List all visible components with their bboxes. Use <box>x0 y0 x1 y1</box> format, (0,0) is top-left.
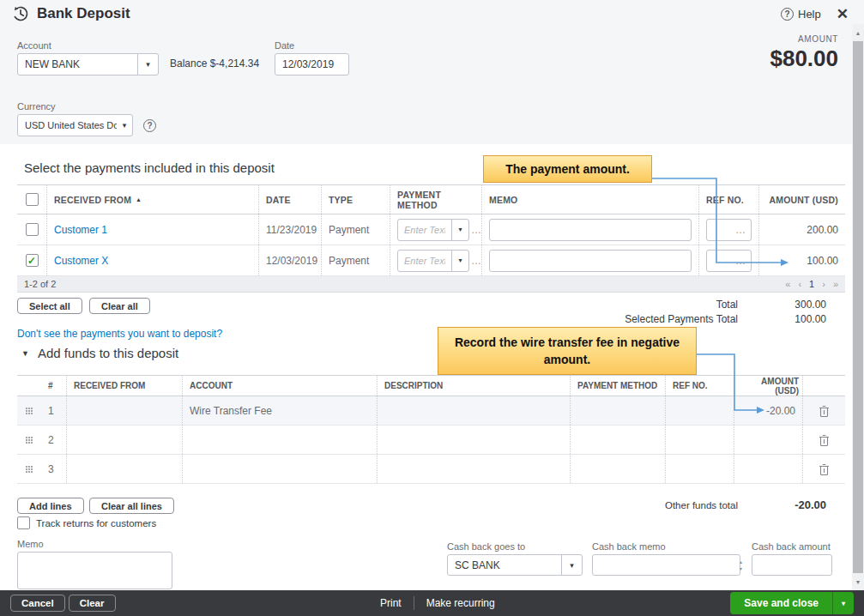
currency-select[interactable]: USD United States Dollar ▾ <box>17 114 133 136</box>
payment-method-input[interactable] <box>398 256 451 266</box>
close-icon[interactable]: ✕ <box>837 5 849 23</box>
first-page-icon[interactable]: « <box>785 279 790 289</box>
cash-back-memo-field[interactable]: ▴ ▾ <box>592 554 740 576</box>
payment-row-checkbox[interactable]: ✓ <box>26 254 39 267</box>
prev-page-icon[interactable]: ‹ <box>798 279 801 289</box>
cancel-button[interactable]: Cancel <box>10 595 65 612</box>
chevron-down-icon[interactable]: ▾ <box>832 592 854 614</box>
col-ref-no[interactable]: REF NO. <box>699 185 759 214</box>
fund-received-from-cell[interactable] <box>67 396 183 425</box>
payments-table: RECEIVED FROM▲ DATE TYPE PAYMENT METHOD … <box>17 184 845 276</box>
fund-received-from-cell[interactable] <box>67 426 183 454</box>
trash-icon[interactable] <box>819 433 830 446</box>
payment-row-checkbox[interactable] <box>26 223 39 236</box>
currency-label: Currency <box>17 101 56 112</box>
collapse-icon[interactable]: ▼ <box>21 349 29 358</box>
chevron-down-icon[interactable]: ▾ <box>451 251 468 271</box>
add-lines-button[interactable]: Add lines <box>17 498 84 514</box>
col-line-number: # <box>41 376 67 396</box>
scroll-up-icon[interactable]: ▲ <box>852 26 864 39</box>
payment-customer-link[interactable]: Customer X <box>47 245 259 275</box>
last-page-icon[interactable]: » <box>833 279 838 289</box>
col-date[interactable]: DATE <box>259 185 322 214</box>
cash-back-amount-input[interactable] <box>752 554 832 576</box>
clear-button[interactable]: Clear <box>69 595 116 612</box>
payment-ref-input[interactable]: … <box>706 250 752 272</box>
col-received-from: RECEIVED FROM <box>67 376 183 396</box>
payment-row: Customer 1 11/23/2019 Payment ▾ … … 200.… <box>17 214 845 245</box>
col-memo[interactable]: MEMO <box>482 185 699 214</box>
missing-payments-link[interactable]: Don't see the payments you want to depos… <box>17 328 222 340</box>
cash-back-goes-to-select[interactable]: SC BANK ▾ <box>447 554 583 576</box>
fund-account-cell[interactable]: Wire Transfer Fee <box>183 396 378 425</box>
fund-account-cell[interactable] <box>183 455 378 483</box>
add-funds-heading[interactable]: ▼ Add funds to this deposit <box>21 346 178 360</box>
fund-description-cell[interactable] <box>378 455 571 483</box>
fund-row[interactable]: 2 <box>17 426 845 455</box>
select-all-checkbox[interactable] <box>26 193 39 206</box>
chevron-down-icon[interactable]: ▾ <box>137 54 158 75</box>
fund-description-cell[interactable] <box>378 396 571 425</box>
fund-payment-method-cell[interactable] <box>571 396 666 425</box>
fund-row[interactable]: 1 Wire Transfer Fee -20.00 <box>17 396 845 426</box>
drag-handle-icon[interactable] <box>26 408 33 414</box>
payment-method-combo[interactable]: ▾ <box>397 250 469 272</box>
track-returns-checkbox[interactable] <box>17 516 30 529</box>
payment-memo-input[interactable] <box>489 250 692 272</box>
clear-all-lines-button[interactable]: Clear all lines <box>89 498 174 514</box>
col-amount[interactable]: AMOUNT (USD) <box>759 185 845 214</box>
save-and-close-button[interactable]: Save and close ▾ <box>730 592 854 614</box>
chevron-down-icon[interactable]: ▾ <box>117 115 132 136</box>
col-payment-method[interactable]: PAYMENT METHOD <box>390 185 482 214</box>
payment-amount: 100.00 <box>759 245 845 275</box>
select-all-button[interactable]: Select all <box>17 298 82 314</box>
annotation-payment-amount: The payment amount. <box>483 155 652 183</box>
fund-payment-method-cell[interactable] <box>571 455 666 483</box>
print-button[interactable]: Print <box>380 597 402 609</box>
cash-back-memo-input[interactable] <box>593 559 740 571</box>
fund-ref-cell[interactable] <box>666 396 734 425</box>
payments-section-heading: Select the payments included in this dep… <box>24 160 275 175</box>
payment-method-input[interactable] <box>398 225 451 235</box>
memo-textarea[interactable] <box>17 552 172 589</box>
fund-payment-method-cell[interactable] <box>571 426 666 454</box>
fund-ref-cell[interactable] <box>666 426 734 454</box>
clear-all-button[interactable]: Clear all <box>89 298 150 314</box>
ellipsis-icon: … <box>735 224 746 236</box>
fund-ref-cell[interactable] <box>666 455 734 483</box>
vertical-scrollbar[interactable]: ▲ ▼ <box>852 24 864 590</box>
cash-back-goes-to-label: Cash back goes to <box>447 541 525 552</box>
trash-icon[interactable] <box>819 462 830 475</box>
scrollbar-thumb[interactable] <box>853 41 863 573</box>
current-page[interactable]: 1 <box>809 279 814 289</box>
spinner-down-icon[interactable]: ▾ <box>740 565 742 571</box>
scroll-down-icon[interactable]: ▼ <box>852 575 864 589</box>
next-page-icon[interactable]: › <box>822 279 825 289</box>
spinner-up-icon[interactable]: ▴ <box>740 559 742 565</box>
account-select[interactable]: NEW BANK ▾ <box>17 53 159 75</box>
col-type[interactable]: TYPE <box>322 185 390 214</box>
chevron-down-icon[interactable]: ▾ <box>451 220 468 240</box>
help-button[interactable]: ? Help <box>781 8 821 21</box>
payment-method-combo[interactable]: ▾ <box>397 219 469 241</box>
fund-account-cell[interactable] <box>183 426 378 454</box>
total-value: 300.00 <box>738 299 826 311</box>
chevron-down-icon[interactable]: ▾ <box>561 555 582 575</box>
fund-amount-cell[interactable]: -20.00 <box>734 396 803 425</box>
payment-memo-input[interactable] <box>489 219 692 241</box>
make-recurring-button[interactable]: Make recurring <box>426 597 495 609</box>
payment-ref-input[interactable]: … <box>706 219 752 241</box>
trash-icon[interactable] <box>819 404 830 417</box>
col-received-from[interactable]: RECEIVED FROM▲ <box>47 185 259 214</box>
drag-handle-icon[interactable] <box>26 437 33 444</box>
fund-row[interactable]: 3 <box>17 455 845 484</box>
drag-handle-icon[interactable] <box>26 466 33 473</box>
fund-description-cell[interactable] <box>378 426 571 454</box>
fund-amount-cell[interactable] <box>734 426 803 454</box>
date-field[interactable]: 12/03/2019 <box>275 53 349 75</box>
payment-customer-link[interactable]: Customer 1 <box>47 214 259 245</box>
fund-amount-cell[interactable] <box>734 455 803 483</box>
currency-help-icon[interactable]: ? <box>143 119 156 132</box>
footer-bar: Cancel Clear Print Make recurring Save a… <box>0 590 864 616</box>
fund-received-from-cell[interactable] <box>67 455 183 483</box>
